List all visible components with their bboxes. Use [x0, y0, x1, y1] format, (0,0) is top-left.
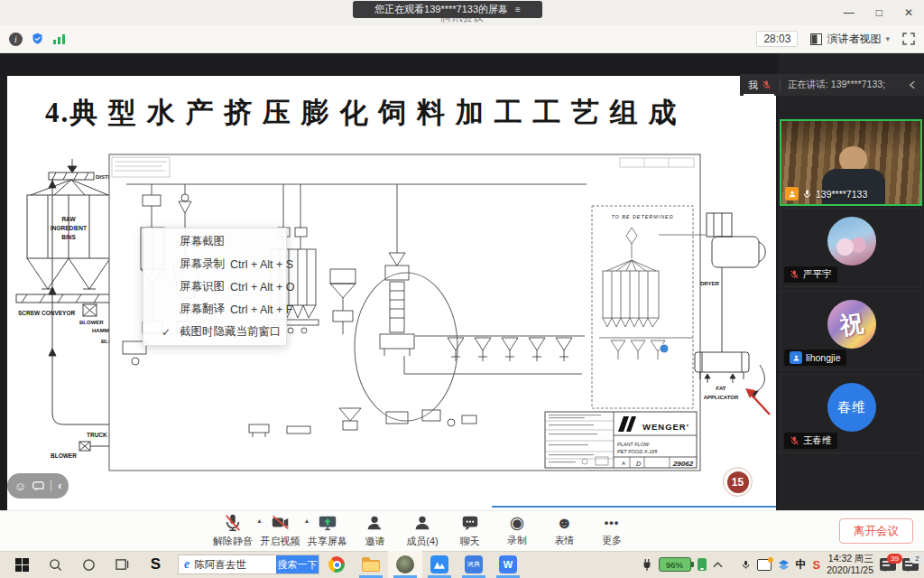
- record-button[interactable]: ◉ 录制: [497, 514, 537, 547]
- button-label: 聊天: [460, 535, 480, 548]
- menu-item-shortcut: Ctrl + Alt + O: [230, 281, 295, 294]
- collapse-sidebar-arrow[interactable]: [901, 79, 924, 90]
- menu-item-screen-record[interactable]: 屏幕录制 Ctrl + Alt + S: [143, 253, 286, 275]
- window-controls: — □ ✕: [838, 0, 919, 25]
- label-blower-c: BLOWER: [51, 452, 77, 459]
- menu-item-label: 屏幕截图: [180, 234, 225, 249]
- avatar: 春维: [827, 383, 876, 432]
- minimize-button[interactable]: —: [844, 6, 855, 19]
- taskbar-app-chrome[interactable]: [319, 551, 354, 578]
- view-mode-label: 演讲者视图: [827, 32, 881, 47]
- chat-button[interactable]: 聊天: [450, 513, 490, 548]
- invite-button[interactable]: 邀请: [356, 513, 395, 548]
- menu-item-hide-window[interactable]: ✓ 截图时隐藏当前窗口: [143, 321, 286, 343]
- avatar: [827, 217, 876, 266]
- collapse-chevron-icon[interactable]: ‹: [58, 480, 61, 492]
- participant-name: lihongjie: [806, 352, 841, 363]
- participant-video-tile[interactable]: 139****7133: [780, 119, 922, 206]
- leave-meeting-label: 离开会议: [854, 524, 899, 539]
- emoji-button[interactable]: ☻ 表情: [545, 514, 585, 547]
- screenshot-tool-icon[interactable]: [757, 559, 772, 571]
- power-plug-icon[interactable]: [642, 558, 652, 571]
- task-view-icon: [116, 558, 129, 572]
- invite-person-icon: [365, 513, 385, 533]
- my-status-tab[interactable]: 我: [740, 74, 780, 96]
- label-screw-conveyor: SCREW CONVEYOR: [18, 310, 76, 316]
- mic-muted-icon: [790, 435, 799, 446]
- start-button[interactable]: [5, 551, 39, 578]
- task-view-button[interactable]: [106, 551, 139, 578]
- menu-item-screen-translate[interactable]: 屏幕翻译 Ctrl + Alt + F: [143, 298, 286, 321]
- wps-icon: W: [499, 555, 517, 573]
- start-video-button[interactable]: 开启视频 ▲: [261, 513, 300, 548]
- menu-item-screen-ocr[interactable]: 屏幕识图 Ctrl + Alt + O: [143, 275, 286, 298]
- participant-name: 严平宇: [803, 268, 832, 281]
- taskbar-app-explorer[interactable]: [354, 551, 388, 578]
- page-number: 15: [732, 476, 744, 489]
- network-signal-icon[interactable]: [52, 33, 66, 45]
- tray-mic-icon[interactable]: [741, 559, 751, 571]
- folder-icon: [362, 560, 380, 572]
- label-bins: BINS: [61, 234, 76, 240]
- security-shield-icon[interactable]: [31, 32, 44, 46]
- participant-video-tile[interactable]: 严平宇: [780, 208, 922, 287]
- battery-indicator[interactable]: 96%: [659, 557, 691, 572]
- dictionary-icon: 词典: [465, 555, 483, 573]
- sogou-icon: S: [151, 555, 161, 573]
- emoji-icon[interactable]: ☺: [14, 480, 26, 492]
- sogou-app-button[interactable]: S: [139, 551, 172, 578]
- share-screen-button[interactable]: 共享屏幕: [308, 513, 347, 548]
- label-plant-flow: PLANT FLOW: [617, 442, 650, 447]
- participant-name: 王春维: [803, 434, 832, 447]
- button-label: 更多: [602, 534, 622, 547]
- taskbar-app-wps[interactable]: W: [491, 551, 525, 578]
- taskbar-app-active-meeting[interactable]: [388, 551, 422, 578]
- more-button[interactable]: ••• 更多: [592, 514, 632, 547]
- sogou-tray-icon[interactable]: S: [813, 558, 821, 572]
- tray-expand-chevron-icon[interactable]: [713, 561, 723, 568]
- cloud-sync-icon[interactable]: [778, 559, 790, 571]
- wenger-logo-text: WENGER': [642, 422, 689, 432]
- maximize-button[interactable]: □: [876, 6, 882, 19]
- members-button[interactable]: 成员(4): [402, 513, 442, 548]
- taskbar-app-tencent-meeting[interactable]: [422, 551, 457, 578]
- camera-muted-icon: [270, 513, 291, 533]
- info-icon[interactable]: i: [9, 33, 23, 46]
- record-icon: ◉: [510, 514, 525, 532]
- unmute-button[interactable]: 解除静音 ▲: [213, 513, 253, 548]
- chat-bubble-icon[interactable]: [32, 481, 44, 491]
- taskbar-search-box[interactable]: e 陈阿喜去世 搜索一下: [178, 555, 319, 574]
- search-go-button[interactable]: 搜索一下: [276, 555, 319, 574]
- member-badge-icon: [790, 351, 802, 364]
- taskbar-search-button[interactable]: [39, 551, 72, 578]
- label-ingredient: INGREDIENT: [51, 225, 87, 231]
- watching-banner: 您正在观看139****7133的屏幕 ≡: [353, 1, 542, 18]
- menu-item-screenshot[interactable]: 屏幕截图: [143, 230, 286, 253]
- participant-video-tile[interactable]: 祝 lihongjie: [780, 291, 922, 370]
- mic-muted-icon: [223, 513, 243, 533]
- menu-item-shortcut: Ctrl + Alt + S: [230, 258, 293, 271]
- label-rev-a: A: [622, 461, 625, 466]
- banner-menu-icon[interactable]: ≡: [515, 5, 521, 14]
- avatar: 祝: [827, 300, 876, 349]
- cortana-button[interactable]: [72, 551, 106, 578]
- dryer-section: [695, 213, 765, 398]
- taskbar-app-dictionary[interactable]: 词典: [457, 551, 491, 578]
- search-query-text[interactable]: 陈阿喜去世: [194, 558, 276, 572]
- menu-item-label: 屏幕翻译: [180, 302, 225, 317]
- leave-meeting-button[interactable]: 离开会议: [839, 518, 913, 544]
- taskbar-clock[interactable]: 14:32 周三 2020/11/25: [827, 553, 873, 575]
- chat-app-icon[interactable]: 2: [902, 558, 919, 571]
- participant-video-tile[interactable]: 春维 王春维: [780, 374, 922, 453]
- view-mode-button[interactable]: 演讲者视图 ▾: [810, 32, 890, 47]
- ime-indicator[interactable]: 中: [796, 557, 807, 573]
- phone-device-icon[interactable]: [698, 558, 707, 571]
- ie-browser-icon: e: [184, 557, 189, 572]
- messenger-icon[interactable]: 39: [880, 558, 896, 571]
- label-to-be-determined: TO BE DETERMINED: [611, 214, 673, 219]
- fullscreen-icon[interactable]: [902, 33, 915, 45]
- presenter-cursor: [660, 344, 669, 353]
- close-button[interactable]: ✕: [904, 6, 913, 19]
- notification-badge: 2: [910, 554, 924, 564]
- meeting-duration: 28:03: [756, 31, 798, 47]
